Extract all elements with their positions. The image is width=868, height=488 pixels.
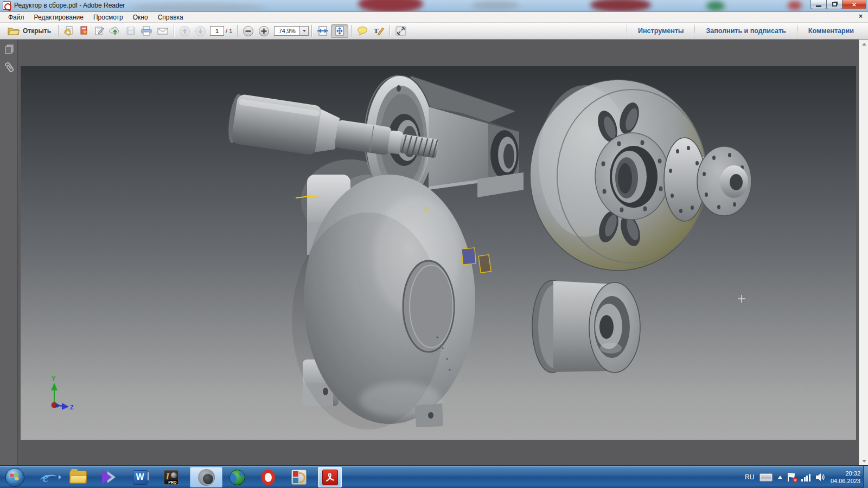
zoom-out-button[interactable] <box>240 24 256 38</box>
keyboard-layout-icon[interactable] <box>760 473 773 481</box>
toolbar-separator <box>58 25 59 37</box>
crosshair-cursor <box>738 295 745 303</box>
fullscreen-button[interactable] <box>393 24 409 38</box>
lens-app-icon <box>198 469 215 486</box>
kmplayer-icon <box>102 470 116 484</box>
pulley-part <box>532 280 640 373</box>
word-icon: W <box>133 470 148 485</box>
tools-panel-button[interactable]: Инструменты <box>627 23 694 40</box>
open-button[interactable]: Открыть <box>3 24 55 38</box>
toolbar-separator <box>237 25 238 37</box>
internet-explorer-icon: e <box>42 470 49 485</box>
pdf-page[interactable]: Y Z <box>21 66 856 440</box>
sign-text-button[interactable]: T <box>371 24 387 38</box>
print-button[interactable] <box>138 24 155 38</box>
assembly-model: Y Z <box>21 66 856 440</box>
windows-explorer-icon <box>69 471 87 484</box>
sign-page-button[interactable] <box>92 24 107 38</box>
action-center-flag-icon[interactable]: × <box>788 473 796 481</box>
axis-y-label: Y <box>52 375 56 382</box>
taskbar-item-image-pro[interactable]: IPRO <box>159 467 183 487</box>
close-icon: × <box>852 1 857 8</box>
previous-page-icon <box>179 25 190 37</box>
zoom-level-value[interactable]: 74,9% <box>274 26 300 36</box>
language-indicator[interactable]: RU <box>745 473 754 481</box>
scroll-down-button[interactable] <box>859 457 868 465</box>
open-button-label: Открыть <box>23 27 51 35</box>
document-viewer: Y Z <box>0 40 868 465</box>
taskbar-item-adobe-reader[interactable] <box>318 467 342 487</box>
show-hidden-icons-button[interactable] <box>778 476 782 479</box>
title-bar: Редуктор в сборе.pdf - Adobe Reader × <box>0 0 868 12</box>
export-pdf-icon <box>63 25 74 36</box>
zoom-in-button[interactable] <box>256 24 272 38</box>
menu-window[interactable]: Окно <box>128 12 153 22</box>
scroll-up-button[interactable] <box>859 40 868 48</box>
save-icon <box>125 25 136 36</box>
taskbar-item-internet-explorer[interactable]: e <box>34 467 58 487</box>
open-folder-icon <box>8 26 20 36</box>
email-icon <box>157 26 169 36</box>
create-pdf-button[interactable] <box>76 24 92 38</box>
cloud-upload-button[interactable] <box>107 24 123 38</box>
zoom-out-icon <box>242 25 254 37</box>
close-button[interactable]: × <box>842 0 866 9</box>
zoom-in-icon <box>258 25 270 37</box>
export-pdf-button[interactable] <box>61 24 76 38</box>
page-number-input[interactable] <box>210 26 224 36</box>
sign-page-icon <box>94 25 105 36</box>
windows-taskbar: e W IPRO <box>0 465 868 488</box>
zoom-dropdown-button[interactable] <box>300 26 309 36</box>
fit-page-button[interactable] <box>331 24 348 38</box>
comments-panel-button[interactable]: Комментарии <box>797 23 865 40</box>
taskbar-item-kmplayer[interactable] <box>97 467 121 487</box>
taskbar-item-globe-app[interactable] <box>225 467 249 487</box>
show-desktop-button[interactable] <box>863 466 868 488</box>
taskbar-item-windows-explorer[interactable] <box>66 467 90 487</box>
next-page-button[interactable] <box>193 24 208 38</box>
desktop-blur-blob <box>590 0 651 12</box>
vertical-scrollbar[interactable] <box>859 40 868 465</box>
taskbar-item-opera[interactable] <box>256 467 280 487</box>
previous-page-button[interactable] <box>177 24 193 38</box>
email-button[interactable] <box>155 24 171 38</box>
taskbar-item-word[interactable]: W <box>128 467 152 487</box>
image-pro-icon: IPRO <box>164 470 178 485</box>
sign-text-icon: T <box>373 25 385 36</box>
taskbar-item-movie-maker[interactable] <box>287 467 311 487</box>
desktop-blur-blob <box>788 1 802 10</box>
comment-button[interactable] <box>354 24 371 38</box>
tray-clock[interactable]: 20:32 04.06.2023 <box>831 470 860 485</box>
toolbar-separator <box>174 25 174 37</box>
restore-button[interactable] <box>826 0 843 9</box>
toolbar-separator <box>351 25 352 37</box>
menu-file[interactable]: Файл <box>3 12 29 22</box>
main-toolbar: Открыть <box>0 23 868 40</box>
volume-icon[interactable] <box>816 473 825 481</box>
cloud-upload-icon <box>109 25 121 36</box>
save-button[interactable] <box>123 24 138 38</box>
start-button[interactable] <box>3 467 27 487</box>
fit-width-icon <box>317 25 329 36</box>
menu-view[interactable]: Просмотр <box>88 12 128 22</box>
fit-width-button[interactable] <box>315 24 331 38</box>
menu-bar: Файл Редактирование Просмотр Окно Справк… <box>0 12 868 23</box>
network-signal-icon[interactable] <box>801 473 810 481</box>
menu-help[interactable]: Справка <box>153 12 188 22</box>
menu-edit[interactable]: Редактирование <box>29 12 88 22</box>
axis-triad: Y Z <box>51 375 74 410</box>
adobe-reader-icon <box>322 470 338 485</box>
taskbar-item-lens-app[interactable] <box>190 467 222 487</box>
restore-icon <box>832 2 837 7</box>
chevron-down-icon <box>303 30 306 32</box>
page-thumbnails-button[interactable] <box>0 40 18 58</box>
menu-close-icon[interactable]: × <box>859 12 863 20</box>
comment-bubble-icon <box>356 25 368 36</box>
minimize-icon <box>816 5 821 7</box>
windows-start-icon <box>5 468 24 487</box>
jump-list-arrow-icon <box>59 475 61 479</box>
navigation-rail <box>0 40 18 465</box>
attachments-button[interactable] <box>0 58 18 76</box>
minimize-button[interactable] <box>810 0 827 9</box>
fill-sign-panel-button[interactable]: Заполнить и подписать <box>694 23 796 40</box>
